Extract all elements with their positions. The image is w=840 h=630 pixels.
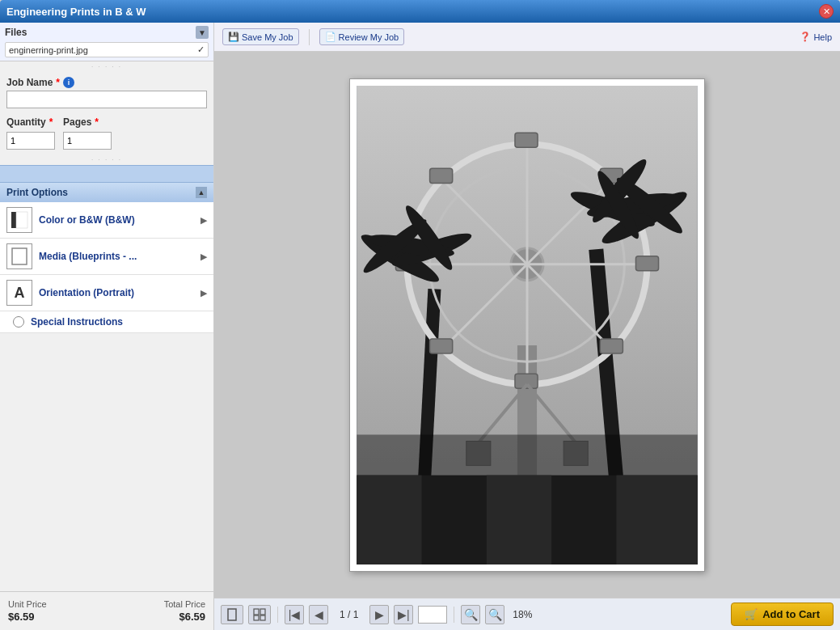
total-price-value: $6.59 <box>164 611 205 623</box>
main-layout: Files ▼ enginerring-print.jpg ✓ · · · · … <box>0 23 840 630</box>
add-to-cart-button[interactable]: 🛒 Add to Cart <box>731 603 834 626</box>
close-button[interactable]: ✕ <box>819 4 834 19</box>
cart-icon: 🛒 <box>745 608 758 620</box>
print-options-wrapper: Print Options ▲ Color or B&W (B&W) ▶ <box>0 183 213 591</box>
qty-pages-row: Quantity * Pages * <box>0 113 213 154</box>
print-options-header: Print Options ▲ <box>0 183 213 202</box>
media-icon <box>6 243 32 269</box>
title-bar: Engineering Prints in B & W ✕ <box>0 0 840 23</box>
svg-rect-47 <box>254 609 259 615</box>
preview-area <box>214 52 840 598</box>
review-icon: 📄 <box>325 32 336 42</box>
job-name-input[interactable] <box>6 91 207 108</box>
unit-price-section: Unit Price $6.59 <box>8 599 47 623</box>
next-page-button[interactable]: ▶ <box>369 605 389 624</box>
svg-rect-18 <box>515 133 538 147</box>
svg-rect-44 <box>487 475 551 564</box>
save-job-button[interactable]: 💾 Save My Job <box>222 28 299 45</box>
save-icon: 💾 <box>228 32 239 42</box>
files-dropdown[interactable]: ▼ <box>196 26 209 39</box>
svg-rect-25 <box>430 339 453 353</box>
nav-separator-1 <box>277 607 278 623</box>
files-section: Files ▼ enginerring-print.jpg ✓ <box>0 23 213 61</box>
option-color-bw[interactable]: Color or B&W (B&W) ▶ <box>0 202 213 239</box>
job-name-label: Job Name * i <box>6 77 207 88</box>
highlight-bar <box>0 165 213 183</box>
file-name: enginerring-print.jpg <box>9 45 88 55</box>
job-name-required: * <box>56 77 60 88</box>
page-jump-input[interactable] <box>418 606 447 624</box>
toolbar: 💾 Save My Job 📄 Review My Job ❓ Help <box>214 23 840 52</box>
color-bw-chevron: ▶ <box>201 215 207 226</box>
help-icon: ❓ <box>800 32 811 42</box>
color-bw-label: Color or B&W (B&W) <box>39 214 194 226</box>
files-label: Files <box>5 27 27 38</box>
option-media[interactable]: Media (Blueprints - ... ▶ <box>0 239 213 275</box>
svg-rect-50 <box>260 615 265 620</box>
svg-rect-21 <box>635 256 658 270</box>
orientation-chevron: ▶ <box>201 288 207 298</box>
orientation-icon: A <box>6 280 32 306</box>
dots-divider-2: · · · · · <box>0 154 213 165</box>
price-bar: Unit Price $6.59 Total Price $6.59 <box>0 591 213 630</box>
nav-bar: |◀ ◀ 1 / 1 ▶ ▶| 🔍 🔍 18% 🛒 Add to Cart <box>214 598 840 630</box>
help-button[interactable]: ❓ Help <box>800 32 832 42</box>
toolbar-separator-1 <box>309 29 310 45</box>
unit-price-value: $6.59 <box>8 611 47 623</box>
media-label: Media (Blueprints - ... <box>39 251 194 262</box>
svg-rect-43 <box>357 475 421 564</box>
quantity-field: Quantity * <box>6 116 55 150</box>
zoom-out-button[interactable]: 🔍 <box>485 605 504 624</box>
svg-rect-23 <box>600 339 623 353</box>
nav-separator-2 <box>454 607 454 623</box>
svg-rect-46 <box>228 609 236 620</box>
option-special-instructions[interactable]: Special Instructions <box>0 311 213 333</box>
svg-rect-48 <box>260 609 265 615</box>
prev-page-button[interactable]: ◀ <box>309 605 328 624</box>
file-check-icon: ✓ <box>197 44 205 55</box>
single-page-view-button[interactable] <box>221 605 243 624</box>
print-options-list: Color or B&W (B&W) ▶ Media (Blueprints -… <box>0 202 213 333</box>
svg-rect-2 <box>12 248 27 264</box>
quantity-input[interactable] <box>6 132 55 150</box>
first-page-button[interactable]: |◀ <box>285 605 304 624</box>
svg-rect-45 <box>616 475 697 564</box>
last-page-button[interactable]: ▶| <box>394 605 413 624</box>
window-title: Engineering Prints in B & W <box>6 6 146 18</box>
option-orientation[interactable]: A Orientation (Portrait) ▶ <box>0 275 213 311</box>
media-chevron: ▶ <box>201 252 207 262</box>
svg-rect-49 <box>254 615 259 620</box>
job-name-info-icon[interactable]: i <box>63 77 74 88</box>
review-job-button[interactable]: 📄 Review My Job <box>319 28 405 45</box>
print-options-scroll-up[interactable]: ▲ <box>196 187 207 198</box>
pages-field: Pages * <box>63 116 112 150</box>
orientation-label: Orientation (Portrait) <box>39 287 194 298</box>
dots-divider-1: · · · · · <box>0 61 213 72</box>
pages-required: * <box>95 116 99 128</box>
svg-rect-1 <box>16 212 27 228</box>
qty-required: * <box>49 116 53 128</box>
multi-page-view-button[interactable] <box>248 605 271 624</box>
files-header: Files ▼ <box>5 26 209 39</box>
total-price-label: Total Price <box>164 599 205 609</box>
color-bw-icon <box>6 207 32 233</box>
pages-input[interactable] <box>63 132 112 150</box>
right-panel: 💾 Save My Job 📄 Review My Job ❓ Help <box>214 23 840 630</box>
svg-rect-22 <box>430 168 453 183</box>
preview-frame <box>349 78 705 572</box>
file-item[interactable]: enginerring-print.jpg ✓ <box>5 42 209 57</box>
special-instructions-label: Special Instructions <box>31 316 207 328</box>
total-price-section: Total Price $6.59 <box>164 599 205 623</box>
unit-price-label: Unit Price <box>8 599 47 609</box>
left-panel: Files ▼ enginerring-print.jpg ✓ · · · · … <box>0 23 214 630</box>
zoom-in-button[interactable]: 🔍 <box>461 605 480 624</box>
zoom-percent: 18% <box>509 609 535 620</box>
special-instructions-radio[interactable] <box>13 316 24 328</box>
page-indicator: 1 / 1 <box>333 609 365 620</box>
job-name-section: Job Name * i <box>0 72 213 113</box>
preview-image <box>357 86 698 564</box>
